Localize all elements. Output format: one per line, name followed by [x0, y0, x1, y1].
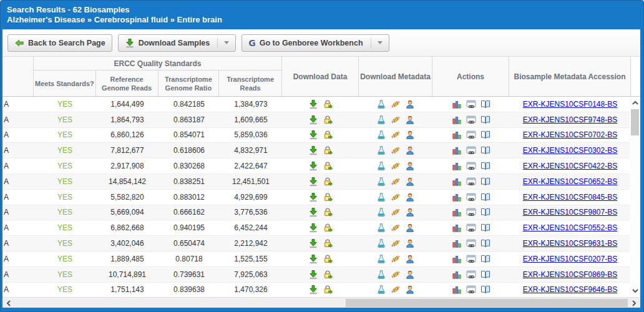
flask-icon[interactable] [376, 99, 386, 109]
column-header-download-metadata[interactable]: Download Metadata [359, 57, 432, 96]
flask-icon[interactable] [376, 130, 386, 140]
open-book-icon[interactable] [481, 207, 490, 217]
bar-chart-icon[interactable] [452, 223, 462, 233]
lock-go-icon[interactable] [323, 254, 333, 264]
open-book-icon[interactable] [481, 99, 490, 109]
bar-chart-icon[interactable] [452, 99, 462, 109]
accession-link[interactable]: EXR-KJENS10CSF0302-BS [523, 146, 617, 155]
accession-link[interactable]: EXR-KJENS10CSF9748-BS [523, 115, 617, 124]
user-icon[interactable] [405, 238, 415, 248]
window-link-icon[interactable] [466, 115, 476, 125]
bar-chart-icon[interactable] [452, 130, 462, 140]
flask-icon[interactable] [376, 145, 386, 155]
user-icon[interactable] [405, 207, 415, 217]
window-link-icon[interactable] [466, 223, 476, 233]
window-link-icon[interactable] [466, 238, 476, 248]
accession-link[interactable]: EXR-KJENS10CSF0652-BS [523, 177, 617, 186]
user-icon[interactable] [405, 115, 415, 125]
open-book-icon[interactable] [481, 254, 490, 264]
dna-candy-icon[interactable] [391, 130, 401, 140]
dna-candy-icon[interactable] [391, 238, 401, 248]
bar-chart-icon[interactable] [452, 161, 462, 171]
open-book-icon[interactable] [481, 192, 490, 202]
window-link-icon[interactable] [466, 145, 476, 155]
download-icon[interactable] [308, 207, 318, 217]
user-icon[interactable] [405, 130, 415, 140]
bar-chart-icon[interactable] [452, 285, 462, 295]
bar-chart-icon[interactable] [452, 145, 462, 155]
user-icon[interactable] [405, 192, 415, 202]
bar-chart-icon[interactable] [452, 207, 462, 217]
horizontal-scrollbar[interactable] [2, 297, 640, 308]
back-to-search-button[interactable]: Back to Search Page [7, 34, 112, 52]
lock-go-icon[interactable] [323, 285, 333, 295]
open-book-icon[interactable] [481, 177, 490, 187]
flask-icon[interactable] [376, 115, 386, 125]
accession-link[interactable]: EXR-KJENS10CSF9807-BS [523, 208, 617, 217]
lock-go-icon[interactable] [323, 115, 333, 125]
lock-go-icon[interactable] [323, 207, 333, 217]
accession-link[interactable]: EXR-KJENS10CSF0422-BS [523, 162, 617, 170]
open-book-icon[interactable] [481, 223, 490, 233]
bar-chart-icon[interactable] [452, 177, 462, 187]
window-link-icon[interactable] [466, 192, 476, 202]
horizontal-scroll-thumb[interactable] [346, 299, 628, 307]
user-icon[interactable] [405, 223, 415, 233]
user-icon[interactable] [405, 254, 415, 264]
dna-candy-icon[interactable] [391, 254, 401, 264]
open-book-icon[interactable] [481, 145, 490, 155]
download-icon[interactable] [308, 161, 318, 171]
open-book-icon[interactable] [481, 130, 490, 140]
open-book-icon[interactable] [481, 161, 490, 171]
window-link-icon[interactable] [466, 177, 476, 187]
window-link-icon[interactable] [466, 99, 476, 109]
flask-icon[interactable] [376, 177, 386, 187]
lock-go-icon[interactable] [323, 145, 333, 155]
accession-link[interactable]: EXR-KJENS10CSF0207-BS [523, 255, 617, 263]
scroll-left-arrow-icon[interactable] [4, 298, 14, 308]
vertical-scrollbar[interactable] [630, 97, 640, 297]
user-icon[interactable] [405, 161, 415, 171]
window-link-icon[interactable] [466, 130, 476, 140]
window-link-icon[interactable] [466, 254, 476, 264]
vertical-scroll-thumb[interactable] [631, 109, 639, 135]
column-header-download-data[interactable]: Download Data [282, 57, 359, 96]
dna-candy-icon[interactable] [391, 145, 401, 155]
bar-chart-icon[interactable] [452, 192, 462, 202]
accession-link[interactable]: EXR-KJENS10CSF9646-BS [523, 285, 617, 294]
user-icon[interactable] [405, 99, 415, 109]
download-samples-button[interactable]: Download Samples [118, 34, 237, 52]
column-header-transcriptome-genome-ratio[interactable]: Transcriptome Genome Ratio [159, 71, 220, 96]
flask-icon[interactable] [376, 270, 386, 280]
scroll-right-arrow-icon[interactable] [629, 298, 639, 308]
lock-go-icon[interactable] [323, 161, 333, 171]
flask-icon[interactable] [376, 254, 386, 264]
download-icon[interactable] [308, 130, 318, 140]
open-book-icon[interactable] [481, 270, 490, 280]
column-header-meets-standards[interactable]: Meets Standards? [34, 71, 96, 96]
dna-candy-icon[interactable] [391, 223, 401, 233]
download-icon[interactable] [308, 145, 318, 155]
user-icon[interactable] [405, 270, 415, 280]
window-link-icon[interactable] [466, 285, 476, 295]
column-header-transcriptome-reads[interactable]: Transcriptome Reads [219, 71, 281, 96]
lock-go-icon[interactable] [323, 177, 333, 187]
download-icon[interactable] [308, 192, 318, 202]
download-icon[interactable] [308, 177, 318, 187]
download-icon[interactable] [308, 270, 318, 280]
flask-icon[interactable] [376, 207, 386, 217]
goto-workbench-button[interactable]: G Go to Genboree Workbench [242, 34, 389, 52]
dna-candy-icon[interactable] [391, 99, 401, 109]
accession-link[interactable]: EXR-KJENS10CSF9631-BS [523, 239, 617, 248]
download-icon[interactable] [308, 115, 318, 125]
column-header-reference-genome-reads[interactable]: Reference Genome Reads [96, 71, 159, 96]
accession-link[interactable]: EXR-KJENS10CSF0869-BS [523, 270, 617, 279]
accession-link[interactable]: EXR-KJENS10CSF0552-BS [523, 223, 617, 232]
lock-go-icon[interactable] [323, 130, 333, 140]
download-icon[interactable] [308, 285, 318, 295]
dna-candy-icon[interactable] [391, 285, 401, 295]
column-header-accession[interactable]: Biosample Metadata Accession [509, 57, 631, 96]
open-book-icon[interactable] [481, 285, 490, 295]
flask-icon[interactable] [376, 285, 386, 295]
download-icon[interactable] [308, 254, 318, 264]
